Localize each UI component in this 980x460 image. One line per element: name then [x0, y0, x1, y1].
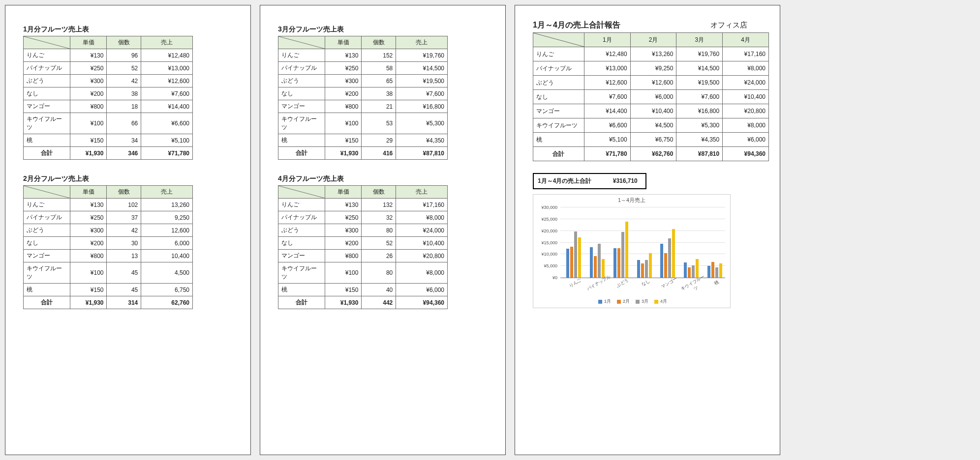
bar [570, 247, 573, 278]
legend-item: 3月 [634, 298, 648, 305]
svg-line-2 [278, 36, 325, 49]
product-name: りんご [533, 47, 584, 61]
month-amount: ¥14,500 [676, 61, 723, 76]
grand-total-value: ¥316,710 [613, 177, 638, 184]
table-row: りんご¥13096¥12,480 [24, 49, 193, 62]
store-name: オフィス店 [710, 21, 762, 30]
total-row: 合計¥71,780¥62,760¥87,810¥94,360 [533, 147, 769, 161]
product-name: りんご [278, 49, 325, 62]
sales-amount: ¥20,800 [396, 250, 448, 262]
table-row: キウイフルーツ¥10066¥6,600 [24, 113, 193, 134]
table-row: なし¥20052¥10,400 [278, 237, 448, 250]
table-row: 桃¥150456,750 [24, 284, 193, 296]
table-row: キウイフルーツ¥10053¥5,300 [278, 113, 448, 134]
corner-cell [24, 186, 70, 199]
legend-item: 1月 [596, 298, 611, 305]
legend-swatch [654, 300, 658, 304]
sales-amount: ¥6,600 [141, 113, 193, 134]
unit-price: ¥800 [70, 250, 107, 262]
month-amount: ¥19,760 [676, 47, 723, 61]
legend-swatch [598, 300, 602, 304]
total-row: 合計¥1,930416¥87,810 [278, 147, 448, 160]
table-row: なし¥200306,000 [24, 237, 193, 250]
month-amount: ¥8,000 [723, 118, 769, 133]
y-tick: ¥30,000 [537, 205, 557, 210]
svg-line-1 [24, 186, 70, 198]
table-row: なし¥20038¥7,600 [24, 87, 193, 100]
table-row: パイナップル¥250379,250 [24, 211, 193, 224]
quantity: 30 [107, 237, 141, 250]
col-header: 3月 [676, 33, 723, 47]
table-title: 4月分フルーツ売上表 [278, 174, 488, 183]
col-header: 1月 [584, 33, 630, 47]
unit-price: ¥250 [70, 62, 107, 75]
col-header: 売上 [396, 36, 448, 49]
sales-amount: ¥12,480 [141, 49, 193, 62]
month-amount: ¥4,350 [676, 133, 723, 147]
product-name: キウイフルーツ [278, 262, 325, 284]
sales-amount: ¥4,350 [396, 134, 448, 147]
bar [594, 256, 597, 278]
table-row: ぶどう¥30042¥12,600 [24, 75, 193, 87]
month-amount: ¥6,000 [723, 133, 769, 147]
month-amount: ¥6,600 [584, 118, 630, 133]
table-row: なし¥7,600¥6,000¥7,600¥10,400 [533, 90, 769, 104]
product-name: キウイフルーツ [533, 118, 584, 133]
quantity: 102 [107, 199, 141, 211]
y-tick: ¥10,000 [537, 252, 557, 257]
quantity: 26 [362, 250, 396, 262]
product-name: パイナップル [278, 62, 325, 75]
quantity: 96 [107, 49, 141, 62]
product-name: パイナップル [278, 211, 325, 224]
unit-price: ¥800 [325, 100, 362, 113]
quantity: 52 [362, 237, 396, 250]
table-row: りんご¥12,480¥13,260¥19,760¥17,160 [533, 47, 769, 61]
month-amount: ¥4,500 [630, 118, 676, 133]
unit-price: ¥130 [325, 49, 362, 62]
chart-title: 1～4月売上 [533, 197, 730, 204]
col-header: 個数 [107, 36, 141, 49]
product-name: なし [24, 87, 70, 100]
month-amount: ¥19,500 [676, 76, 723, 90]
unit-price: ¥200 [70, 87, 107, 100]
quantity: 40 [362, 284, 396, 296]
bar [590, 247, 593, 278]
table-row: パイナップル¥25052¥13,000 [24, 62, 193, 75]
month-amount: ¥5,100 [584, 133, 630, 147]
bar [664, 253, 667, 278]
sales-amount: ¥5,100 [141, 134, 193, 147]
unit-price: ¥150 [70, 134, 107, 147]
unit-price: ¥100 [325, 262, 362, 284]
sales-amount: ¥14,500 [396, 62, 448, 75]
bar [641, 263, 644, 278]
unit-price: ¥200 [325, 87, 362, 100]
col-header: 売上 [141, 36, 193, 49]
sales-amount: 10,400 [141, 250, 193, 262]
total-row: 合計¥1,930346¥71,780 [24, 147, 193, 160]
unit-price: ¥100 [70, 113, 107, 134]
product-name: りんご [24, 199, 70, 211]
product-name: マンゴー [24, 250, 70, 262]
sales-amount: ¥13,000 [141, 62, 193, 75]
quantity: 38 [362, 87, 396, 100]
svg-line-0 [24, 36, 70, 49]
quantity: 13 [107, 250, 141, 262]
product-name: ぶどう [278, 75, 325, 87]
col-header: 売上 [396, 186, 448, 199]
product-name: ぶどう [24, 224, 70, 237]
sales-amount: 6,750 [141, 284, 193, 296]
table-row: マンゴー¥8001310,400 [24, 250, 193, 262]
table-row: キウイフルーツ¥10080¥8,000 [278, 262, 448, 284]
table-row: マンゴー¥80018¥14,400 [24, 100, 193, 113]
sales-table-feb: 単価個数売上りんご¥13010213,260パイナップル¥250379,250ぶ… [23, 185, 193, 309]
quantity: 152 [362, 49, 396, 62]
y-tick: ¥5,000 [537, 263, 557, 268]
bar [707, 266, 710, 278]
month-amount: ¥9,250 [630, 61, 676, 76]
bar [625, 222, 628, 278]
total-row: 合計¥1,93031462,760 [24, 296, 193, 309]
corner-cell [278, 36, 325, 49]
summary-table: 1月2月3月4月りんご¥12,480¥13,260¥19,760¥17,160パ… [533, 32, 769, 161]
total-label: 合計 [278, 147, 325, 160]
table-row: ぶどう¥30080¥24,000 [278, 224, 448, 237]
